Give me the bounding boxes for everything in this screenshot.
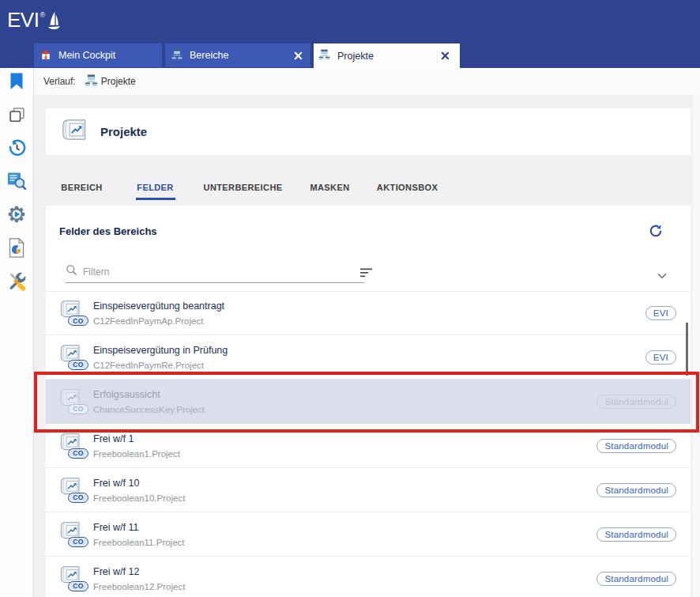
field-subtitle: C12FeedInPaymAp.Project bbox=[93, 316, 224, 327]
module-badge: Standardmodul bbox=[597, 395, 676, 409]
list-item-frei-wf-11[interactable]: CO Frei w/f 11 Freeboolean11.Project Sta… bbox=[46, 512, 691, 557]
tab-projekte[interactable]: Projekte bbox=[314, 43, 460, 68]
filter-field bbox=[66, 261, 364, 283]
history-label: Verlauf: bbox=[43, 76, 76, 87]
sidebar-item-history[interactable] bbox=[0, 133, 33, 166]
sidebar bbox=[0, 68, 34, 597]
company-badge: CO bbox=[68, 404, 88, 414]
field-title: Frei w/f 12 bbox=[93, 565, 185, 578]
field-subtitle: Freeboolean1.Project bbox=[93, 448, 180, 460]
field-title: Einspeisevergütung beantragt bbox=[93, 300, 224, 312]
list-item-frei-wf-12[interactable]: CO Frei w/f 12 Freeboolean12.Project Sta… bbox=[46, 557, 691, 597]
field-subtitle: ChanceSuccessKey.Project bbox=[93, 404, 205, 416]
field-title: Einspeisevergütung in Prüfung bbox=[93, 344, 228, 357]
tab-label: FELDER bbox=[137, 183, 173, 192]
sidebar-item-bookmark[interactable] bbox=[0, 66, 33, 100]
app-logo: EVI® bbox=[7, 10, 62, 35]
tab-close-icon[interactable] bbox=[294, 51, 303, 60]
history-clock-icon bbox=[8, 139, 26, 161]
scroll-chart-icon bbox=[61, 118, 87, 146]
company-badge: CO bbox=[68, 360, 88, 370]
tab-bereiche[interactable]: Bereiche bbox=[165, 43, 310, 67]
history-item-label: Projekte bbox=[101, 76, 136, 87]
search-icon bbox=[66, 264, 77, 279]
field-title: Frei w/f 1 bbox=[93, 433, 180, 445]
field-icon: CO bbox=[59, 342, 91, 372]
company-badge: CO bbox=[68, 537, 88, 547]
tab-aktionsbox[interactable]: AKTIONSBOX bbox=[365, 177, 450, 200]
fields-panel: Felder des Bereichs bbox=[46, 206, 691, 597]
tab-label: AKTIONSBOX bbox=[377, 183, 438, 192]
field-icon: CO bbox=[59, 564, 91, 594]
copy-icon bbox=[9, 107, 25, 127]
filter-input[interactable] bbox=[83, 266, 320, 278]
tools-icon bbox=[7, 271, 27, 294]
sidebar-item-search-document[interactable] bbox=[0, 166, 33, 199]
sailboat-icon bbox=[47, 11, 62, 35]
document-pie-icon bbox=[8, 238, 25, 261]
page-header-card: Projekte bbox=[46, 108, 691, 155]
tab-unterbereiche[interactable]: UNTERBEREICHE bbox=[191, 177, 295, 200]
tab-label: Bereiche bbox=[190, 50, 228, 61]
section-tab-bar: BEREICH FELDER UNTERBEREICHE MASKEN AKTI… bbox=[46, 177, 450, 200]
window-tab-bar: Mein Cockpit Bereiche bbox=[0, 43, 700, 68]
sidebar-item-document-pie[interactable] bbox=[0, 232, 33, 266]
field-subtitle: Freeboolean11.Project bbox=[93, 537, 185, 549]
fields-list: CO Einspeisevergütung beantragt C12FeedI… bbox=[46, 291, 691, 597]
tab-mein-cockpit[interactable]: Mein Cockpit bbox=[34, 43, 162, 67]
org-chart-icon bbox=[85, 74, 98, 89]
field-title: Frei w/f 11 bbox=[93, 521, 185, 534]
tab-label: Mein Cockpit bbox=[58, 50, 115, 61]
history-item-projekte[interactable]: Projekte bbox=[85, 74, 136, 89]
sidebar-item-tools[interactable] bbox=[0, 266, 33, 299]
tab-label: UNTERBEREICHE bbox=[204, 183, 283, 192]
logo-registered-mark: ® bbox=[40, 11, 45, 19]
list-item-einspeiseverguetung-beantragt[interactable]: CO Einspeisevergütung beantragt C12FeedI… bbox=[46, 291, 691, 335]
bookmark-icon bbox=[9, 73, 24, 93]
field-title: Erfolgsaussicht bbox=[93, 388, 205, 401]
company-badge: CO bbox=[68, 448, 88, 459]
tab-label: MASKEN bbox=[310, 183, 349, 192]
home-icon bbox=[40, 49, 51, 62]
module-badge: EVI bbox=[645, 350, 676, 365]
module-badge: EVI bbox=[645, 306, 676, 320]
sort-icon[interactable] bbox=[360, 266, 373, 276]
list-item-frei-wf-1[interactable]: CO Frei w/f 1 Freeboolean1.Project Stand… bbox=[46, 424, 691, 468]
main-content: Projekte BEREICH FELDER UNTERBEREICHE MA… bbox=[34, 95, 700, 597]
org-chart-icon bbox=[318, 49, 330, 62]
field-subtitle: Freeboolean12.Project bbox=[93, 581, 185, 593]
tab-bereich[interactable]: BEREICH bbox=[46, 177, 118, 200]
refresh-button[interactable] bbox=[649, 224, 663, 238]
module-badge: Standardmodul bbox=[597, 483, 676, 497]
tab-felder[interactable]: FELDER bbox=[122, 177, 188, 200]
list-scrollbar-thumb[interactable] bbox=[686, 323, 688, 376]
field-icon: CO bbox=[59, 431, 91, 461]
chevron-down-icon[interactable] bbox=[657, 268, 667, 274]
gear-play-icon bbox=[7, 205, 26, 227]
field-icon: CO bbox=[59, 520, 91, 550]
field-icon: CO bbox=[59, 298, 91, 328]
field-icon: CO bbox=[59, 387, 91, 417]
tab-close-icon[interactable] bbox=[441, 51, 450, 60]
field-title: Frei w/f 10 bbox=[93, 477, 185, 489]
tab-label: Projekte bbox=[337, 51, 374, 62]
page-scroll-gutter bbox=[693, 95, 700, 597]
page-title: Projekte bbox=[100, 125, 147, 138]
sidebar-item-gear-play[interactable] bbox=[0, 199, 33, 232]
list-item-erfolgsaussicht[interactable]: CO Erfolgsaussicht ChanceSuccessKey.Proj… bbox=[46, 380, 691, 424]
tab-masken[interactable]: MASKEN bbox=[295, 177, 365, 200]
panel-heading: Felder des Bereichs bbox=[59, 225, 157, 237]
search-document-icon bbox=[6, 171, 27, 195]
active-tab-underline bbox=[136, 198, 175, 200]
module-badge: Standardmodul bbox=[597, 527, 676, 542]
list-item-frei-wf-10[interactable]: CO Frei w/f 10 Freeboolean10.Project Sta… bbox=[46, 468, 691, 512]
module-badge: Standardmodul bbox=[597, 439, 676, 453]
app-header: EVI® bbox=[0, 0, 700, 43]
logo-text: EVI bbox=[7, 10, 39, 30]
sidebar-item-copy[interactable] bbox=[0, 100, 33, 133]
company-badge: CO bbox=[68, 493, 88, 503]
history-bar: Verlauf: Projekte bbox=[0, 68, 700, 95]
list-item-einspeiseverguetung-in-pruefung[interactable]: CO Einspeisevergütung in Prüfung C12Feed… bbox=[46, 335, 691, 380]
module-badge: Standardmodul bbox=[597, 572, 676, 586]
org-chart-icon bbox=[171, 49, 183, 62]
